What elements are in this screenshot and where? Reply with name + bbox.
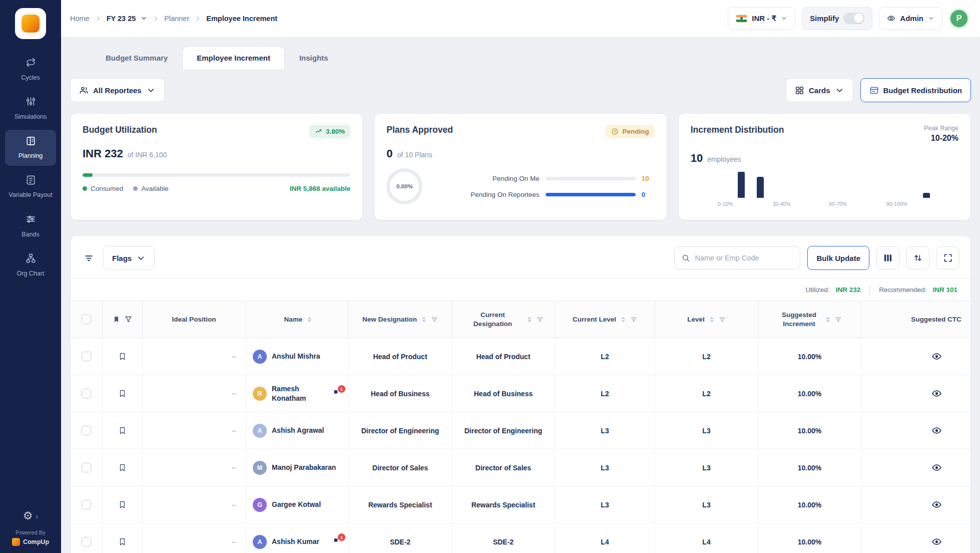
eye-icon[interactable] — [931, 351, 942, 362]
sidebar-item-bands[interactable]: Bands — [5, 208, 56, 244]
flag-funnel-icon[interactable] — [124, 315, 133, 324]
breadcrumb-home[interactable]: Home — [70, 15, 90, 23]
sort-icon[interactable] — [708, 316, 715, 323]
ring-value: 0.00% — [396, 183, 413, 189]
reportees-filter-button[interactable]: All Reportees — [70, 78, 165, 102]
row-checkbox[interactable] — [82, 500, 91, 509]
flags-dropdown[interactable]: Flags — [103, 246, 155, 270]
sidebar-item-planning[interactable]: Planning — [5, 130, 56, 166]
funnel-icon[interactable] — [835, 316, 842, 323]
tab-insights[interactable]: Insights — [285, 46, 343, 69]
bookmark-icon[interactable] — [118, 352, 127, 361]
funnel-icon[interactable] — [431, 316, 438, 323]
bookmark-icon[interactable] — [118, 500, 127, 509]
eye-icon[interactable] — [931, 388, 942, 399]
suggested-ctc-cell — [861, 375, 970, 412]
chevron-down-icon — [928, 15, 934, 22]
chevron-down-icon — [835, 86, 844, 95]
row-bookmark-cell — [103, 449, 143, 486]
row-checkbox[interactable] — [82, 389, 91, 398]
current-designation-cell: Rewards Specialist — [452, 486, 555, 523]
simplify-control[interactable]: Simplify — [802, 7, 872, 30]
sidebar-item-variable-payout[interactable]: Variable Payout — [5, 169, 56, 205]
chevron-down-icon — [136, 253, 146, 263]
table-scroll-area[interactable]: Ideal Position Name New Designation — [71, 301, 970, 553]
app-logo[interactable] — [15, 8, 46, 39]
chevron-down-icon — [781, 15, 787, 22]
columns-button[interactable] — [876, 246, 899, 269]
row-checkbox[interactable] — [82, 352, 91, 361]
funnel-icon[interactable] — [719, 316, 726, 323]
flag-icon[interactable]: 1 — [332, 537, 341, 546]
name-cell: GGargee Kotwal — [246, 486, 349, 523]
new-designation-cell: SDE-2 — [349, 523, 452, 553]
peak-range-value: 10-20% — [924, 134, 958, 143]
row-checkbox[interactable] — [82, 426, 91, 435]
simplify-label: Simplify — [810, 14, 839, 23]
ideal-position-cell: -- — [143, 449, 246, 486]
bookmark-icon[interactable] — [118, 389, 127, 398]
ideal-position-cell: -- — [143, 523, 246, 553]
tab-employee-increment[interactable]: Employee Increment — [182, 46, 285, 69]
sort-icon[interactable] — [526, 316, 533, 323]
budget-amount-row: INR 232 of INR 6,100 — [83, 147, 350, 160]
bulk-update-button[interactable]: Bulk Update — [807, 246, 869, 270]
column-header-ideal-position: Ideal Position — [143, 301, 246, 338]
budget-redistribution-button[interactable]: Budget Redistribution — [860, 78, 971, 102]
role-selector[interactable]: Admin — [879, 7, 942, 30]
pending-on-reportees-bar — [546, 193, 636, 196]
expand-icon — [943, 253, 953, 263]
funnel-icon[interactable] — [630, 316, 637, 323]
current-designation-cell: SDE-2 — [452, 523, 555, 553]
bookmark-filled-icon[interactable] — [112, 315, 121, 324]
current-designation-cell: Head of Product — [452, 338, 555, 375]
fullscreen-button[interactable] — [936, 246, 959, 269]
flag-icon[interactable]: 1 — [332, 389, 341, 398]
sidebar-item-org-chart[interactable]: Org Chart — [5, 247, 56, 283]
increment-distribution-chart: 0-10% 30-40% 60-70% 90-100% — [691, 166, 958, 209]
sort-icon[interactable] — [306, 316, 313, 323]
sort-icon[interactable] — [420, 316, 427, 323]
bookmark-icon[interactable] — [118, 463, 127, 472]
view-mode-button[interactable]: Cards — [786, 78, 853, 102]
clock-icon — [611, 128, 619, 135]
eye-icon[interactable] — [931, 536, 942, 547]
legend-consumed: Consumed — [83, 185, 123, 192]
search-input[interactable] — [695, 254, 793, 262]
settings-button[interactable]: ⚙› — [23, 509, 39, 522]
column-header-suggested-increment: Suggested Increment — [758, 301, 861, 338]
row-checkbox[interactable] — [82, 537, 91, 546]
eye-icon[interactable] — [931, 499, 942, 510]
sort-icon[interactable] — [824, 316, 831, 323]
cycle-dropdown-caret-icon[interactable] — [141, 15, 147, 22]
chart-x-axis: 0-10% 30-40% 60-70% 90-100% — [691, 201, 958, 208]
eye-icon[interactable] — [931, 462, 942, 473]
currency-selector[interactable]: INR - ₹ — [728, 7, 795, 30]
bookmark-icon[interactable] — [118, 426, 127, 435]
consumed-label: Consumed — [91, 185, 123, 192]
bookmark-icon[interactable] — [118, 537, 127, 546]
eye-icon[interactable] — [931, 425, 942, 436]
sort-icon[interactable] — [620, 316, 627, 323]
employee-name: Anshul Mishra — [272, 352, 320, 361]
simplify-toggle[interactable] — [843, 13, 864, 24]
bookmark-header-cell — [103, 301, 143, 338]
funnel-icon[interactable] — [537, 316, 544, 323]
flags-label: Flags — [112, 254, 132, 262]
table-toolbar-right: Bulk Update — [674, 246, 959, 270]
tab-budget-summary[interactable]: Budget Summary — [91, 46, 182, 69]
sort-button[interactable] — [906, 246, 929, 269]
trend-badge: 3.80% — [309, 125, 350, 138]
sidebar-item-cycles[interactable]: Cycles — [5, 51, 56, 87]
breadcrumb-cycle[interactable]: FY 23 25 — [107, 15, 136, 23]
select-all-checkbox[interactable] — [82, 315, 91, 324]
row-checkbox[interactable] — [82, 463, 91, 472]
breadcrumb-planner[interactable]: Planner — [164, 15, 189, 23]
user-avatar[interactable]: P — [949, 9, 969, 29]
table-header-row: Ideal Position Name New Designation — [71, 301, 970, 338]
chart-bar — [738, 172, 745, 198]
sidebar-item-simulations[interactable]: Simulations — [5, 90, 56, 126]
current-level-cell: L4 — [555, 523, 655, 553]
filter-button[interactable] — [82, 251, 96, 265]
current-designation-cell: Director of Engineering — [452, 412, 555, 449]
